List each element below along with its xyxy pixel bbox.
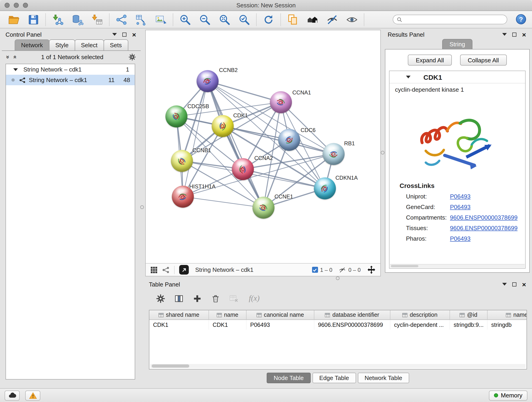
delete-column-trash-icon[interactable] xyxy=(210,293,221,304)
eye-icon[interactable] xyxy=(346,13,358,26)
column-header-description[interactable]: description xyxy=(390,310,450,320)
panel-close-icon[interactable]: × xyxy=(132,31,136,38)
column-header-id[interactable]: @id xyxy=(450,310,488,320)
left-splitter-handle[interactable] xyxy=(140,205,144,209)
zoom-selected-icon[interactable] xyxy=(238,13,251,26)
tab-string[interactable]: String xyxy=(442,39,472,49)
network-node-CCNE1[interactable] xyxy=(253,197,274,219)
help-button[interactable]: ? xyxy=(516,14,526,24)
zoom-in-icon[interactable] xyxy=(179,13,191,26)
cell-name[interactable]: CDK1 xyxy=(209,320,247,330)
collapse-section-icon[interactable] xyxy=(406,76,411,78)
network-row-selected[interactable]: String Network – cdk1 11 48 xyxy=(6,75,135,85)
import-network-database-icon[interactable] xyxy=(71,13,84,26)
network-canvas[interactable]: CCNB2CCNA1CDC25BCDK1CDC6RB1CCNB1CCNA2CDK… xyxy=(146,30,380,263)
tab-select[interactable]: Select xyxy=(75,39,104,51)
tab-network-table[interactable]: Network Table xyxy=(358,373,409,383)
network-node-CCNA2[interactable] xyxy=(232,158,254,180)
import-network-file-icon[interactable] xyxy=(51,13,64,26)
panel-close-icon[interactable]: × xyxy=(522,31,526,38)
toolbar-search-box[interactable] xyxy=(393,15,507,24)
cell-shared-name[interactable]: CDK1 xyxy=(149,320,209,330)
memory-button[interactable]: Memory xyxy=(489,390,527,400)
column-header-database-identifier[interactable]: database identifier xyxy=(314,310,390,320)
crosslink-compartments-link[interactable]: 9606.ENSP00000378699 xyxy=(450,212,518,223)
network-node-CDC6[interactable] xyxy=(278,129,300,151)
cell-id[interactable]: stringdb:9... xyxy=(450,320,488,330)
home-icon[interactable] xyxy=(306,13,319,26)
collapse-all-button[interactable]: Collapse All xyxy=(460,55,507,65)
results-tabs: String xyxy=(384,39,531,49)
table-settings-gear-icon[interactable] xyxy=(155,293,166,304)
crosslink-pharos-link[interactable]: P06493 xyxy=(450,233,471,244)
export-image-icon[interactable] xyxy=(154,13,167,26)
save-session-icon[interactable] xyxy=(27,13,40,26)
crosslink-tissues-link[interactable]: 9606.ENSP00000378699 xyxy=(450,223,518,233)
search-input[interactable] xyxy=(405,16,503,23)
selected-checkbox-icon[interactable] xyxy=(312,267,318,273)
column-header-shared-name[interactable]: shared name xyxy=(149,310,209,320)
network-node-RB1[interactable] xyxy=(323,143,345,165)
bottom-splitter-handle[interactable] xyxy=(336,276,340,280)
cell-namespace[interactable]: stringdb xyxy=(488,320,527,330)
column-header-name[interactable]: name xyxy=(209,310,247,320)
crosslink-genecard-link[interactable]: P06493 xyxy=(450,202,471,212)
documents-icon[interactable] xyxy=(286,13,299,26)
network-node-CCNA1[interactable] xyxy=(270,91,292,113)
tab-edge-table[interactable]: Edge Table xyxy=(312,373,356,383)
import-table-icon[interactable] xyxy=(91,13,104,26)
panel-close-icon[interactable]: × xyxy=(522,281,526,288)
panel-menu-icon[interactable] xyxy=(502,283,507,286)
warning-status-button[interactable] xyxy=(25,390,40,400)
zoom-window-button[interactable] xyxy=(23,3,28,8)
network-node-CDK1[interactable] xyxy=(212,115,234,137)
collapse-all-networks-icon[interactable]: » xyxy=(5,55,12,58)
close-window-button[interactable] xyxy=(5,3,10,8)
network-options-gear-icon[interactable] xyxy=(128,53,136,61)
crosslink-uniprot-link[interactable]: P06493 xyxy=(450,191,471,202)
network-overview-icon[interactable] xyxy=(162,266,170,274)
redraw-graph-icon[interactable] xyxy=(262,13,275,26)
tree-expand-icon[interactable] xyxy=(13,68,18,71)
share-network-icon[interactable] xyxy=(115,13,128,26)
panel-float-icon[interactable] xyxy=(512,282,516,286)
panel-menu-icon[interactable] xyxy=(502,33,507,36)
network-from-table-icon[interactable] xyxy=(135,13,147,26)
network-node-CDC25B[interactable] xyxy=(165,105,187,128)
cell-description[interactable]: cyclin-dependent ... xyxy=(390,320,450,330)
tab-network[interactable]: Network xyxy=(15,39,49,51)
panel-menu-icon[interactable] xyxy=(112,33,117,36)
table-row[interactable]: CDK1 CDK1 P06493 9606.ENSP00000378699 cy… xyxy=(149,320,527,330)
cell-database-identifier[interactable]: 9606.ENSP00000378699 xyxy=(314,320,390,330)
eye-slash-icon[interactable] xyxy=(326,13,339,26)
network-node-CCNB1[interactable] xyxy=(171,150,193,172)
tab-style[interactable]: Style xyxy=(49,39,75,51)
expand-all-networks-icon[interactable]: » xyxy=(11,55,18,58)
panel-float-icon[interactable] xyxy=(512,32,516,36)
column-header-canonical-name[interactable]: canonical name xyxy=(247,310,314,320)
expand-all-button[interactable]: Expand All xyxy=(408,55,452,65)
network-node-CDKN1A[interactable] xyxy=(314,177,336,199)
results-horizontal-scrollbar[interactable] xyxy=(390,264,525,268)
minimize-window-button[interactable] xyxy=(14,3,19,8)
cloud-status-button[interactable] xyxy=(5,390,20,400)
add-column-icon[interactable] xyxy=(192,293,203,304)
grid-view-icon[interactable] xyxy=(150,266,158,274)
right-splitter-handle[interactable] xyxy=(381,151,385,154)
pan-move-icon[interactable] xyxy=(367,265,376,274)
hidden-eye-slash-icon[interactable] xyxy=(339,266,346,274)
open-session-icon[interactable] xyxy=(7,13,20,26)
zoom-out-icon[interactable] xyxy=(198,13,211,26)
zoom-fit-icon[interactable] xyxy=(218,13,231,26)
table-horizontal-scrollbar[interactable] xyxy=(150,364,526,368)
column-header-namespace[interactable]: namespace xyxy=(488,310,527,320)
tab-sets[interactable]: Sets xyxy=(103,39,128,51)
protein-card-header[interactable]: CDK1 xyxy=(389,71,525,83)
network-collection-row[interactable]: String Network – cdk1 1 xyxy=(6,64,135,75)
tab-node-table[interactable]: Node Table xyxy=(267,373,310,383)
network-node-CCNB2[interactable] xyxy=(196,70,219,92)
panel-float-icon[interactable] xyxy=(122,32,127,36)
detach-view-button[interactable] xyxy=(179,265,189,274)
show-columns-icon[interactable] xyxy=(174,293,184,304)
cell-canonical-name[interactable]: P06493 xyxy=(247,320,314,330)
